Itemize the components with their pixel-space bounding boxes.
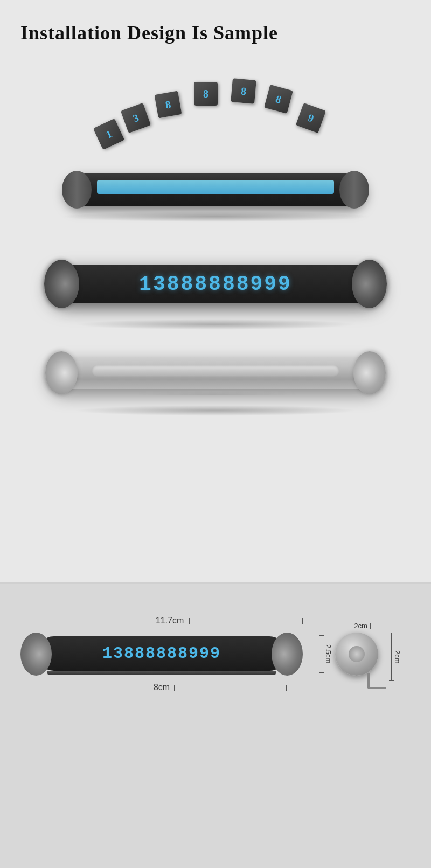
tile-6: 8 [264,85,293,114]
round-component: 2cm [332,633,386,686]
measure-label-8: 8cm [149,683,174,692]
cap-left-measured [20,633,52,676]
shadow-closed [73,405,358,416]
cap-left-closed [45,351,78,394]
small-height-label: 2cm [393,650,401,664]
page-title: Installation Design Is Sample [20,22,411,44]
cap-right-closed [353,351,386,394]
ml-top-right [370,626,385,626]
device-measured-body: 13888888999 [37,636,287,671]
exploded-view: 1 3 8 8 8 8 9 [20,77,411,227]
device-with-numbers-wrapper: 13888888999 [38,260,393,330]
device-closed-body [48,357,383,389]
number-tiles-arc: 1 3 8 8 8 8 9 [81,77,350,163]
measure-bottom-8: 8cm [20,683,303,692]
bottom-section: 11.7cm 13888888999 2.5cm 8cm [0,584,431,868]
measurements-area: 11.7cm 13888888999 2.5cm 8cm [20,616,411,692]
small-height-bracket: 2cm [391,633,401,681]
measure-label-11-7: 11.7cm [150,616,189,626]
round-disc [335,633,378,676]
tile-2: 3 [121,103,151,133]
bottom-measure-line-left [37,688,149,688]
shadow-main [73,319,358,330]
small-h-tick-top [389,633,394,633]
tile-5: 8 [231,78,256,104]
device-base-exploded [65,168,366,211]
device-body-exploded [65,173,366,206]
small-component-wrapper: 2cm 2cm [324,622,394,686]
tile-3: 8 [155,91,182,119]
height-bracket-line [322,635,322,673]
cap-right-measured [272,633,303,676]
device-measured: 13888888999 2.5cm [20,630,303,678]
device-main-body: 13888888999 [48,265,383,303]
small-width-label: 2cm [351,622,370,630]
phone-number-main: 13888888999 [139,273,292,296]
top-section: Installation Design Is Sample 1 3 8 8 8 … [0,0,431,539]
cap-right-exploded [339,171,369,209]
device-with-numbers: 13888888999 [48,260,383,308]
tile-1: 1 [93,119,124,150]
tile-4: 8 [194,82,218,106]
measure-top-11-7: 11.7cm [20,616,303,626]
measure-small-top: 2cm [337,622,385,630]
device-closed-wrapper [38,351,393,416]
tile-7: 9 [296,103,326,133]
measure-line-11-7-right [189,621,303,621]
small-height-line [391,633,392,681]
cap-right-main [352,260,387,308]
measure-line-11-7 [37,621,150,621]
bracket-arm [367,673,386,689]
phone-number-measured: 13888888999 [102,644,221,663]
device-measurement-wrapper: 11.7cm 13888888999 2.5cm 8cm [20,616,303,692]
small-h-tick-bottom [389,680,394,681]
cap-left-main [44,260,79,308]
device-closed [48,351,383,394]
shadow-exploded [59,211,371,222]
bottom-measure-line-right [174,688,287,688]
ml-top-left [337,626,352,626]
cap-left-exploded [62,171,92,209]
